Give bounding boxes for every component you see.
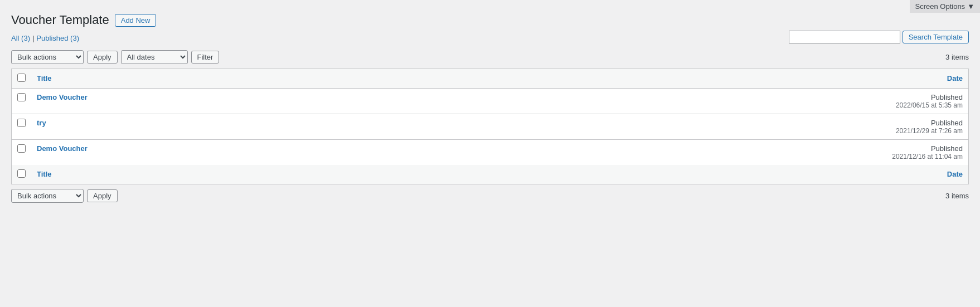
- row-date: 2022/06/15 at 5:35 am: [863, 101, 963, 109]
- screen-options-label: Screen Options: [915, 2, 966, 11]
- add-new-button[interactable]: Add New: [115, 14, 157, 27]
- row-title-cell: Demo Voucher: [31, 88, 857, 114]
- date-sort-link-footer[interactable]: Date: [947, 170, 963, 178]
- col-footer-title: Title: [31, 165, 857, 184]
- row-checkbox[interactable]: [17, 93, 26, 101]
- table-row: try Published 2021/12/29 at 7:26 am: [12, 114, 969, 139]
- row-title-link[interactable]: Demo Voucher: [37, 93, 88, 101]
- row-checkbox[interactable]: [17, 119, 26, 127]
- title-sort-link[interactable]: Title: [37, 74, 52, 82]
- title-sort-link-footer[interactable]: Title: [37, 170, 52, 178]
- col-footer-checkbox: [12, 165, 32, 184]
- search-button[interactable]: Search Template: [903, 31, 969, 43]
- row-title-cell: try: [31, 114, 857, 139]
- col-header-checkbox: [12, 69, 32, 88]
- row-title-cell: Demo Voucher: [31, 139, 857, 165]
- apply-button-top[interactable]: Apply: [87, 51, 118, 64]
- search-input[interactable]: [789, 31, 900, 43]
- bulk-actions-select-top[interactable]: Bulk actions: [11, 50, 84, 64]
- bulk-actions-select-bottom[interactable]: Bulk actions: [11, 189, 84, 203]
- date-sort-link[interactable]: Date: [947, 74, 963, 82]
- apply-button-bottom[interactable]: Apply: [87, 189, 118, 202]
- page-title: Voucher Template: [11, 12, 109, 28]
- select-all-checkbox-bottom[interactable]: [17, 169, 26, 178]
- row-checkbox-cell: [12, 88, 32, 114]
- row-date-cell: Published 2021/12/16 at 11:04 am: [857, 139, 969, 165]
- select-all-checkbox-top[interactable]: [17, 74, 26, 82]
- tablenav-top: Bulk actions Apply All dates Filter 3 it…: [11, 48, 969, 66]
- row-date: 2021/12/16 at 11:04 am: [863, 153, 963, 160]
- row-checkbox-cell: [12, 139, 32, 165]
- row-status: Published: [863, 119, 963, 127]
- row-status: Published: [863, 93, 963, 101]
- separator: |: [32, 34, 34, 42]
- chevron-down-icon: ▼: [967, 2, 974, 11]
- filter-button[interactable]: Filter: [191, 51, 220, 64]
- row-date: 2021/12/29 at 7:26 am: [863, 127, 963, 135]
- row-checkbox[interactable]: [17, 144, 26, 153]
- row-date-cell: Published 2021/12/29 at 7:26 am: [857, 114, 969, 139]
- row-title-link[interactable]: Demo Voucher: [37, 144, 88, 153]
- search-bar: Search Template: [789, 31, 969, 43]
- row-title-link[interactable]: try: [37, 119, 46, 127]
- filter-all-link[interactable]: All (3): [11, 34, 30, 42]
- screen-options-button[interactable]: Screen Options ▼: [910, 0, 980, 13]
- items-count-bottom: 3 items: [945, 192, 969, 200]
- col-header-title: Title: [31, 69, 857, 88]
- tablenav-bottom: Bulk actions Apply 3 items: [11, 187, 969, 205]
- filter-published-link[interactable]: Published (3): [36, 34, 79, 42]
- table-row: Demo Voucher Published 2022/06/15 at 5:3…: [12, 88, 969, 114]
- voucher-templates-table: Title Date Demo Voucher Published 2022/0…: [11, 69, 969, 184]
- col-header-date: Date: [857, 69, 969, 88]
- col-footer-date: Date: [857, 165, 969, 184]
- items-count-top: 3 items: [945, 53, 969, 61]
- row-checkbox-cell: [12, 114, 32, 139]
- row-status: Published: [863, 144, 963, 153]
- row-date-cell: Published 2022/06/15 at 5:35 am: [857, 88, 969, 114]
- table-row: Demo Voucher Published 2021/12/16 at 11:…: [12, 139, 969, 165]
- dates-filter-select[interactable]: All dates: [121, 50, 188, 64]
